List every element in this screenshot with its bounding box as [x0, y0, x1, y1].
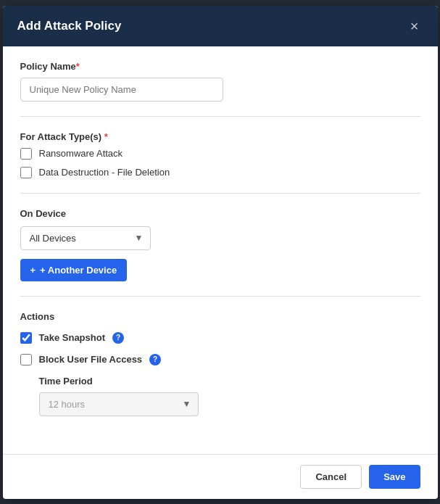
add-device-button[interactable]: + + Another Device: [20, 259, 128, 281]
on-device-section: On Device All Devices ▼ + + Another Devi…: [20, 208, 420, 297]
data-destruction-label: Data Destruction - File Deletion: [39, 167, 170, 178]
attack-types-group: Ransomware Attack Data Destruction - Fil…: [20, 148, 420, 178]
close-button[interactable]: ×: [406, 17, 423, 35]
modal-body: Policy Name* For Attack Type(s) * Ransom…: [3, 46, 438, 454]
ransomware-label: Ransomware Attack: [39, 148, 123, 159]
device-select[interactable]: All Devices: [20, 226, 151, 250]
block-file-access-help-icon[interactable]: ?: [149, 354, 161, 365]
modal-header: Add Attack Policy ×: [3, 6, 438, 46]
save-button[interactable]: Save: [369, 465, 420, 489]
actions-title: Actions: [20, 311, 420, 322]
ransomware-checkbox[interactable]: [20, 148, 32, 160]
take-snapshot-help-icon[interactable]: ?: [112, 332, 124, 344]
take-snapshot-label: Take Snapshot: [39, 332, 106, 343]
on-device-label: On Device: [20, 208, 420, 219]
take-snapshot-checkbox[interactable]: [20, 332, 32, 344]
cancel-button[interactable]: Cancel: [300, 465, 362, 489]
time-period-select-wrapper: 12 hours 24 hours 48 hours ▼: [39, 392, 199, 416]
add-device-label: + Another Device: [40, 265, 117, 276]
modal-dialog: Add Attack Policy × Policy Name* For Att…: [3, 6, 438, 499]
data-destruction-checkbox-item[interactable]: Data Destruction - File Deletion: [20, 167, 420, 178]
block-file-access-checkbox[interactable]: [20, 354, 32, 365]
modal-footer: Cancel Save: [3, 454, 438, 499]
attack-types-label: For Attack Type(s) *: [20, 131, 420, 142]
time-period-section: Time Period 12 hours 24 hours 48 hours ▼: [39, 376, 420, 416]
modal-title: Add Attack Policy: [17, 19, 122, 33]
take-snapshot-row: Take Snapshot ?: [20, 332, 420, 344]
time-period-select[interactable]: 12 hours 24 hours 48 hours: [39, 392, 199, 416]
modal-overlay: Add Attack Policy × Policy Name* For Att…: [0, 0, 440, 504]
ransomware-checkbox-item[interactable]: Ransomware Attack: [20, 148, 420, 160]
policy-name-section: Policy Name*: [20, 61, 420, 117]
required-indicator-2: *: [101, 131, 108, 142]
required-indicator: *: [76, 61, 80, 72]
actions-section: Actions Take Snapshot ? Block User File …: [20, 311, 420, 416]
policy-name-label: Policy Name*: [20, 61, 420, 72]
time-period-label: Time Period: [39, 376, 420, 387]
plus-icon: +: [30, 265, 36, 276]
attack-types-section: For Attack Type(s) * Ransomware Attack D…: [20, 131, 420, 194]
block-file-access-row: Block User File Access ?: [20, 354, 420, 365]
block-file-access-label: Block User File Access: [39, 354, 143, 365]
data-destruction-checkbox[interactable]: [20, 167, 32, 178]
device-select-wrapper: All Devices ▼: [20, 226, 151, 250]
policy-name-input[interactable]: [20, 78, 223, 102]
